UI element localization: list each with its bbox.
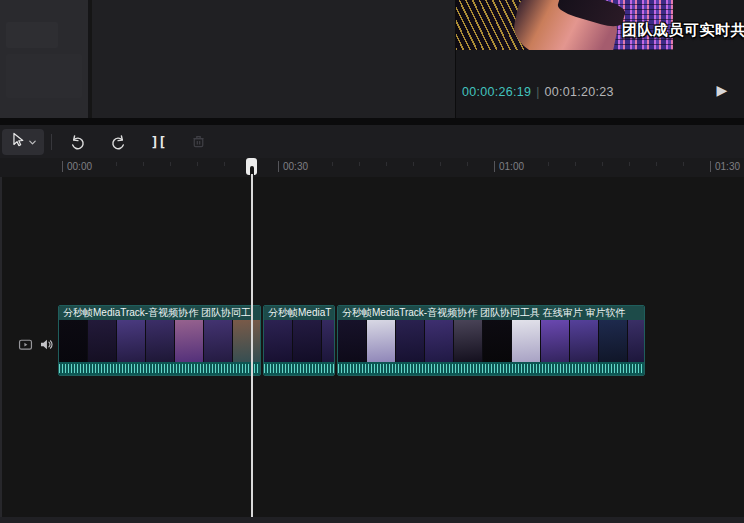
track-controls (0, 336, 58, 408)
track-mute-toggle[interactable] (37, 337, 55, 355)
playhead[interactable] (246, 158, 258, 518)
media-item-thumbnail (6, 54, 82, 98)
select-tool-button[interactable] (2, 129, 44, 155)
clip-audio-waveform (264, 362, 334, 375)
clip-thumbnail (146, 320, 174, 362)
split-clip-button[interactable]: ][ (144, 129, 172, 155)
horizontal-scrollbar[interactable] (0, 517, 744, 523)
preview-timebar: 00:00:26:19 | 00:01:20:23 ▶ (456, 78, 744, 106)
ruler-label: 00:00 (62, 161, 92, 172)
track-visibility-toggle[interactable] (16, 337, 34, 355)
clip-thumbnail (367, 320, 395, 362)
play-button[interactable]: ▶ (711, 79, 733, 101)
play-icon: ▶ (717, 82, 728, 98)
workspace-panel (92, 0, 455, 118)
marketing-caption: 团队成员可实时共 (622, 21, 744, 40)
clip-thumbnail (117, 320, 145, 362)
ruler-label: 01:30 (710, 161, 740, 172)
clip-label: 分秒帧MediaTrack-音视频协作 团队协同工具 在线审片 审片软件 (338, 306, 644, 320)
panel-divider (0, 118, 744, 125)
clip-thumbnails (338, 320, 644, 362)
clip-thumbnail (570, 320, 598, 362)
clip-thumbnail (628, 320, 644, 362)
toolbar-divider (51, 134, 52, 150)
ruler-label: 00:30 (278, 161, 308, 172)
clip-thumbnail (59, 320, 87, 362)
clip-label: 分秒帧MediaT (264, 306, 334, 320)
timeline-toolbar: ][ (0, 125, 744, 158)
playhead-handle[interactable] (246, 158, 257, 175)
media-item-thumbnail (6, 22, 58, 48)
clip-thumbnail (88, 320, 116, 362)
clip-thumbnail (293, 320, 321, 362)
timeline-clip-3[interactable]: 分秒帧MediaTrack-音视频协作 团队协同工具 在线审片 审片软件 (337, 305, 645, 376)
redo-button[interactable] (104, 129, 132, 155)
split-icon: ][ (151, 134, 166, 150)
timeline-ruler[interactable]: 00:00 00:30 01:00 01:30 (0, 158, 744, 177)
delete-clip-button[interactable] (184, 129, 212, 155)
redo-icon (109, 133, 127, 151)
top-panels: 团队成员可实时共 00:00:26:19 | 00:01:20:23 ▶ (0, 0, 744, 118)
cursor-arrow-icon (9, 131, 26, 152)
clip-thumbnail (541, 320, 569, 362)
video-track-icon (17, 336, 34, 357)
clip-thumbnail (338, 320, 366, 362)
chevron-down-icon (28, 133, 37, 151)
undo-button[interactable] (64, 129, 92, 155)
clip-thumbnail (322, 320, 334, 362)
clip-audio-waveform (338, 362, 644, 375)
video-editor-app: 团队成员可实时共 00:00:26:19 | 00:01:20:23 ▶ (0, 0, 744, 523)
clip-thumbnail (483, 320, 511, 362)
clip-thumbnail (264, 320, 292, 362)
clip-thumbnail (175, 320, 203, 362)
ruler-label: 01:00 (494, 161, 524, 172)
clip-audio-waveform (59, 362, 260, 375)
timeline-clip-2[interactable]: 分秒帧MediaT (263, 305, 335, 376)
clip-thumbnail (599, 320, 627, 362)
video-track: 分秒帧MediaTrack-音视频协作 团队协同工 分秒帧MediaT 分秒帧M… (58, 305, 646, 377)
ruler-minor-ticks (62, 162, 738, 166)
timeline-area: 00:00 00:30 01:00 01:30 分秒帧MediaTrack-音视… (0, 158, 744, 523)
media-library-panel[interactable] (0, 0, 90, 118)
total-duration: 00:01:20:23 (544, 85, 613, 99)
undo-icon (69, 133, 87, 151)
trash-icon (190, 133, 207, 150)
speaker-icon (38, 336, 55, 357)
preview-panel: 团队成员可实时共 00:00:26:19 | 00:01:20:23 ▶ (455, 0, 744, 118)
clip-thumbnails (59, 320, 260, 362)
clip-thumbnail (512, 320, 540, 362)
timecode-separator: | (536, 85, 539, 99)
timeline-clip-1[interactable]: 分秒帧MediaTrack-音视频协作 团队协同工 (58, 305, 261, 376)
clip-thumbnail (425, 320, 453, 362)
current-timecode: 00:00:26:19 (462, 85, 531, 99)
playhead-line (251, 174, 253, 518)
clip-label: 分秒帧MediaTrack-音视频协作 团队协同工 (59, 306, 260, 320)
clip-thumbnail (454, 320, 482, 362)
clip-thumbnails (264, 320, 334, 362)
clip-thumbnail (204, 320, 232, 362)
clip-thumbnail (396, 320, 424, 362)
